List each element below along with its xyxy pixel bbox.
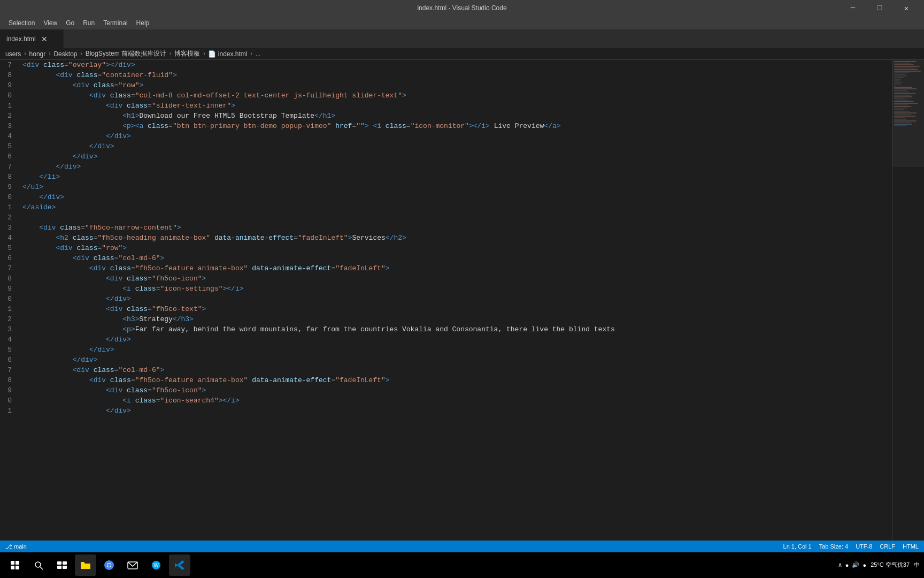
weather-info[interactable]: 25°C 空气优37 <box>871 561 910 569</box>
line-number: 8 <box>0 375 20 385</box>
tab-bar: index.html ✕ <box>0 29 924 48</box>
code-text: <h1>Download our Free HTML5 Bootstrap Te… <box>20 112 892 120</box>
line-number: 9 <box>0 284 20 294</box>
window-controls: ─ □ ✕ <box>841 0 919 16</box>
line-number: 5 <box>0 243 20 253</box>
code-text: <div class="row"> <box>20 81 892 89</box>
taskbar-task-view[interactable] <box>51 554 73 576</box>
svg-rect-2 <box>11 566 14 569</box>
minimap[interactable] <box>892 60 924 541</box>
line-number: 1 <box>0 406 20 416</box>
line-number: 8 <box>0 70 20 80</box>
code-line-34: 4 </div> <box>0 334 892 345</box>
breadcrumb-sep-5: › <box>202 50 206 58</box>
code-line-7: 7 <div class="overlay"></div> <box>0 60 892 70</box>
taskbar-search[interactable] <box>28 554 49 576</box>
breadcrumb-blogsystem[interactable]: BlogSystem 前端数据库设计 <box>86 49 166 58</box>
code-text: <div class="fh5co-feature animate-box" d… <box>20 264 892 272</box>
menu-help[interactable]: Help <box>132 18 154 28</box>
code-text: </div> <box>20 193 892 201</box>
menu-go[interactable]: Go <box>61 18 79 28</box>
breadcrumb-users[interactable]: users <box>5 50 21 58</box>
cursor-position[interactable]: Ln 1, Col 1 <box>783 543 812 550</box>
line-number: 4 <box>0 131 20 141</box>
language-mode[interactable]: HTML <box>903 543 919 550</box>
line-number: 5 <box>0 141 20 151</box>
code-text: </div> <box>20 132 892 140</box>
tab-index-html[interactable]: index.html ✕ <box>0 29 64 48</box>
taskbar-mail[interactable] <box>122 554 143 576</box>
line-number: 2 <box>0 111 20 121</box>
line-number: 3 <box>0 324 20 334</box>
sys-tray-battery[interactable]: ● <box>863 562 866 568</box>
code-text: </div> <box>20 336 892 344</box>
breadcrumb-indexhtml[interactable]: 📄 index.html <box>208 50 247 58</box>
code-line-37: 7 <div class="col-md-6"> <box>0 365 892 375</box>
code-line-30: 0 </div> <box>0 294 892 304</box>
code-text: </div> <box>20 356 892 364</box>
minimize-button[interactable]: ─ <box>841 0 865 16</box>
tab-close-button[interactable]: ✕ <box>40 35 49 43</box>
taskbar-chrome[interactable] <box>98 554 120 576</box>
close-button[interactable]: ✕ <box>894 0 919 16</box>
status-bar: ⎇ main Ln 1, Col 1 Tab Size: 4 UTF-8 CRL… <box>0 541 924 552</box>
code-text: <div class="col-md-6"> <box>20 366 892 374</box>
code-text: </div> <box>20 142 892 150</box>
code-line-29: 9 <i class="icon-settings"></i> <box>0 284 892 294</box>
line-number: 1 <box>0 304 20 314</box>
eol[interactable]: CRLF <box>880 543 895 550</box>
taskbar: W ∧ ● 🔊 ● 25°C 空气优37 中 <box>0 552 924 578</box>
minimap-slider[interactable] <box>892 60 924 167</box>
sys-tray-network[interactable]: ● <box>845 562 849 568</box>
breadcrumb-more[interactable]: ... <box>256 50 261 58</box>
sys-tray-expand[interactable]: ∧ <box>838 561 842 568</box>
taskbar-file-explorer[interactable] <box>75 554 96 576</box>
code-text: <div class="overlay"></div> <box>20 61 892 69</box>
line-number: 6 <box>0 355 20 365</box>
line-number: 0 <box>0 294 20 304</box>
line-number: 5 <box>0 345 20 355</box>
taskbar-start[interactable] <box>4 554 26 576</box>
tab-size[interactable]: Tab Size: 4 <box>819 543 848 550</box>
status-bar-right: Ln 1, Col 1 Tab Size: 4 UTF-8 CRLF HTML <box>783 543 919 550</box>
maximize-button[interactable]: □ <box>867 0 892 16</box>
code-line-14: 4 </div> <box>0 131 892 141</box>
taskbar-app1[interactable]: W <box>145 554 167 576</box>
sys-tray-icons: ∧ ● 🔊 ● <box>838 561 866 568</box>
code-line-10: 0 <div class="col-md-8 col-md-offset-2 t… <box>0 90 892 101</box>
sys-tray-volume[interactable]: 🔊 <box>852 561 859 568</box>
code-line-20: 0 </div> <box>0 192 892 202</box>
code-text: <div class="col-md-6"> <box>20 254 892 262</box>
code-text: <p><a class="btn btn-primary btn-demo po… <box>20 122 892 130</box>
breadcrumb-desktop[interactable]: Desktop <box>53 50 77 58</box>
breadcrumb-template[interactable]: 博客模板 <box>174 49 200 58</box>
code-text: </div> <box>20 346 892 354</box>
menu-run[interactable]: Run <box>79 18 99 28</box>
code-line-9: 9 <div class="row"> <box>0 80 892 90</box>
code-editor[interactable]: 7 <div class="overlay"></div> 8 <div cla… <box>0 60 892 541</box>
taskbar-vscode[interactable] <box>169 554 190 576</box>
svg-line-5 <box>40 567 43 569</box>
code-line-39: 9 <div class="fh5co-icon"> <box>0 385 892 396</box>
code-text: </ul> <box>20 183 892 191</box>
code-line-16: 6 </div> <box>0 151 892 162</box>
code-line-22: 2 <box>0 212 892 223</box>
breadcrumb-sep-3: › <box>79 50 83 58</box>
line-number: 7 <box>0 60 20 70</box>
code-line-36: 6 </div> <box>0 355 892 365</box>
code-text: <div class="fh5co-text"> <box>20 305 892 313</box>
menu-view[interactable]: View <box>39 18 61 28</box>
breadcrumb-hongr[interactable]: hongr <box>29 50 46 58</box>
menu-selection[interactable]: Selection <box>4 18 39 28</box>
encoding[interactable]: UTF-8 <box>856 543 872 550</box>
code-text: </div> <box>20 407 892 415</box>
breadcrumb-sep-4: › <box>168 50 172 58</box>
line-number: 6 <box>0 253 20 263</box>
svg-rect-8 <box>57 566 61 569</box>
code-line-40: 0 <i class="icon-search4"></i> <box>0 396 892 406</box>
breadcrumb-sep-6: › <box>249 50 253 58</box>
menu-terminal[interactable]: Terminal <box>99 18 132 28</box>
code-text: </aside> <box>20 203 892 211</box>
source-control-status[interactable]: ⎇ main <box>5 543 27 550</box>
clock-display[interactable]: 中 <box>914 561 920 569</box>
